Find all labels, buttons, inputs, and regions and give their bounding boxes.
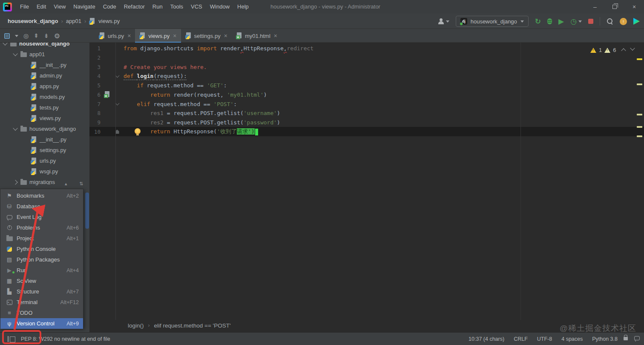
settings-gear-icon[interactable]: ⚙ (54, 32, 60, 40)
prev-warning-icon[interactable] (621, 48, 626, 53)
tree-item-admin-py[interactable]: admin.py (0, 70, 89, 81)
menubar-item-refactor[interactable]: Refactor (120, 0, 149, 14)
tree-item-urls-py[interactable]: urls.py (0, 155, 89, 166)
chevron-down-icon[interactable] (13, 51, 17, 56)
code-line-7[interactable]: 7 elif request.method == 'POST': (89, 99, 644, 109)
code-line-5[interactable]: 5 if request.method == 'GET': (89, 81, 644, 90)
update-notification-icon[interactable]: ↑ (620, 18, 627, 25)
menu-item-problems[interactable]: ProblemsAlt+6 (0, 222, 83, 233)
menu-item-python-packages[interactable]: ▤Python Packages (0, 254, 83, 265)
tree-item-wsgi-py[interactable]: wsgi.py (0, 166, 89, 177)
search-everywhere-button[interactable] (607, 18, 613, 25)
menubar-item-edit[interactable]: Edit (33, 0, 50, 14)
run-config-selector[interactable]: dj housework_django (456, 16, 529, 27)
menubar-item-run[interactable]: Run (149, 0, 167, 14)
tree-item-app01[interactable]: app01 (0, 49, 89, 60)
menu-item-version-control[interactable]: ψVersion ControlAlt+9 (0, 318, 83, 329)
tree-item-settings-py[interactable]: settings.py (0, 145, 89, 155)
locate-file-icon[interactable]: ◎ (23, 32, 29, 39)
tree-item-__init__-py[interactable]: __init__.py (0, 134, 89, 145)
run-coverage-button[interactable]: ▶ (558, 17, 564, 26)
code-line-4[interactable]: 4def login(request): (89, 72, 644, 81)
menu-item-project[interactable]: ProjectAlt+1 (0, 233, 83, 244)
tree-item-housework_django[interactable]: housework_django (0, 124, 89, 134)
tab-settings-py[interactable]: settings.py× (181, 29, 232, 43)
error-stripe-mark[interactable] (637, 83, 642, 85)
profiler-button[interactable]: ◷ (570, 17, 582, 26)
status-widget-crlf[interactable]: CRLF (514, 336, 528, 342)
error-stripe-mark[interactable] (637, 114, 642, 115)
status-message[interactable]: PEP 8: W292 no newline at end of file (21, 336, 110, 342)
user-menu[interactable] (438, 18, 449, 24)
code-line-6[interactable]: 6 return render(request, 'my01.html') (89, 90, 644, 100)
event-log-bubble-icon[interactable] (634, 336, 640, 340)
chevron-down-icon[interactable] (3, 43, 7, 46)
menubar-item-code[interactable]: Code (99, 0, 120, 14)
menubar-item-help[interactable]: Help (233, 0, 253, 14)
editor-breadcrumb-item[interactable]: elif request.method == 'POST' (154, 322, 231, 329)
intention-bulb-icon[interactable] (135, 128, 141, 134)
breadcrumb-item[interactable]: housework_django (8, 18, 58, 24)
tab-close-icon[interactable]: × (224, 32, 227, 39)
collapse-all-icon[interactable]: ⇟ (44, 32, 49, 39)
tab-urls-py[interactable]: urls.py× (95, 29, 135, 43)
tab-close-icon[interactable]: × (127, 32, 131, 39)
close-button[interactable]: × (624, 0, 644, 14)
tree-item-__init__-py[interactable]: __init__.py (0, 60, 89, 70)
error-stripe-mark[interactable] (637, 135, 642, 137)
menu-item-structure[interactable]: ▙StructureAlt+7 (0, 286, 83, 297)
stop-button[interactable] (588, 19, 593, 24)
code-line-10[interactable]: 10 return HttpResponse('收到了请求') (89, 127, 644, 136)
menubar-item-window[interactable]: Window (206, 0, 233, 14)
editor-breadcrumb-item[interactable]: login() (128, 322, 144, 329)
menubar-item-file[interactable]: File (16, 0, 33, 14)
scrollbar-up-arrow[interactable]: ▴ (65, 181, 67, 187)
inspections-widget[interactable]: 1 6 (590, 47, 634, 53)
menubar-item-vcs[interactable]: VCS (187, 0, 206, 14)
code-line-2[interactable]: 2 (89, 53, 644, 63)
code-line-8[interactable]: 8 res1 = request.POST.getlist('username'… (89, 109, 644, 118)
code-line-3[interactable]: 3# Create your views here. (89, 62, 644, 72)
lock-icon[interactable] (624, 337, 628, 340)
tree-item-housework_django[interactable]: housework_django (0, 43, 89, 49)
menu-item-terminal[interactable]: >_TerminalAlt+F12 (0, 297, 83, 308)
project-scrollbar-thumb[interactable] (85, 193, 89, 229)
project-viewmode-icon[interactable] (4, 33, 10, 39)
tool-window-bars-toggle-icon[interactable] (8, 336, 15, 342)
toolbox-icon[interactable] (633, 18, 640, 25)
menubar-item-navigate[interactable]: Navigate (69, 0, 99, 14)
related-template-icon[interactable] (104, 91, 110, 98)
breadcrumb-item[interactable]: app01 (66, 18, 81, 24)
menu-item-python-console[interactable]: Python Console (0, 244, 83, 254)
tab-close-icon[interactable]: × (274, 32, 277, 39)
tab-close-icon[interactable]: × (173, 32, 176, 39)
tab-my01-html[interactable]: my01.html× (232, 29, 282, 43)
error-stripe-mark[interactable] (637, 58, 642, 60)
tree-item-apps-py[interactable]: apps.py (0, 81, 89, 92)
code-line-9[interactable]: 9 res2 = request.POST.getlist('password'… (89, 118, 644, 127)
menu-item-run[interactable]: ▶RunAlt+4 (0, 265, 83, 276)
next-warning-icon[interactable] (630, 46, 635, 50)
status-widget-4-spaces[interactable]: 4 spaces (561, 336, 583, 342)
menu-item-database[interactable]: ⛁Database (0, 201, 83, 212)
tree-item-models-py[interactable]: models.py (0, 92, 89, 102)
sort-icon[interactable]: ⇅ (79, 181, 83, 187)
tree-item-tests-py[interactable]: tests.py (0, 102, 89, 113)
minimize-button[interactable]: – (585, 0, 605, 14)
debug-button[interactable] (547, 18, 552, 24)
menu-item-todo[interactable]: ≡TODO (0, 308, 83, 318)
status-widget-python-3-8[interactable]: Python 3.8 (592, 336, 618, 342)
menubar-item-view[interactable]: View (50, 0, 69, 14)
code-line-1[interactable]: 1from django.shortcuts import render,Htt… (89, 44, 644, 53)
code-editor[interactable]: 1from django.shortcuts import render,Htt… (89, 43, 644, 332)
status-widget-10-37-4-chars-[interactable]: 10:37 (4 chars) (469, 336, 504, 342)
breadcrumb-item[interactable]: views.py (98, 18, 120, 24)
menu-item-bookmarks[interactable]: ⚑BookmarksAlt+2 (0, 190, 83, 201)
menubar-item-tools[interactable]: Tools (167, 0, 187, 14)
tree-item-views-py[interactable]: views.py (0, 113, 89, 124)
tab-views-py[interactable]: views.py× (135, 29, 181, 43)
error-stripe-mark[interactable] (637, 126, 642, 128)
rerun-button[interactable]: ↻ (535, 17, 541, 26)
menu-item-event-log[interactable]: Event Log (0, 212, 83, 222)
chevron-down-icon[interactable] (15, 35, 18, 37)
